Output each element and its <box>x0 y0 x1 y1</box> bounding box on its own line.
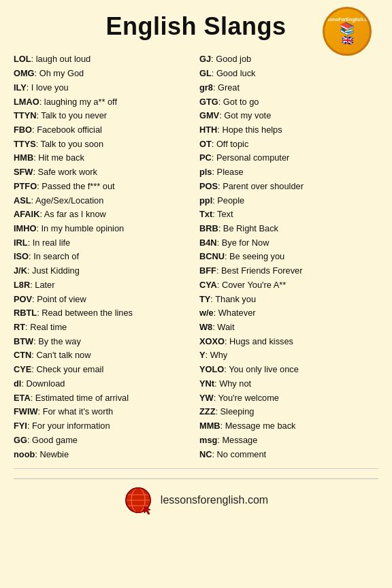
list-item: AFAIK: As far as I know <box>14 208 193 222</box>
list-item: XOXO: Hugs and kisses <box>199 335 378 349</box>
abbr-label: CYA <box>199 280 217 290</box>
footer-url: lessonsforenglish.com <box>161 494 268 506</box>
abbr-label: OT <box>199 139 212 149</box>
list-item: Y: Why <box>199 348 378 363</box>
list-item: OMG: Oh my God <box>14 67 193 81</box>
list-item: IMHO: In my humble opinion <box>14 222 193 236</box>
list-item: TY: Thank you <box>199 293 378 307</box>
list-item: dl: Download <box>14 377 193 391</box>
list-item: pls: Please <box>199 165 378 180</box>
list-item: FYI: For your information <box>14 419 193 434</box>
abbr-label: LOL <box>14 54 31 64</box>
list-item: CTN: Can't talk now <box>14 348 193 363</box>
list-item: PC: Personal computer <box>199 151 378 165</box>
abbr-label: RT <box>14 322 25 332</box>
list-item: LMAO: laughing my a** off <box>14 95 193 110</box>
abbr-label: LMAO <box>14 97 39 107</box>
abbr-label: w/e <box>199 308 214 318</box>
list-item: Txt: Text <box>199 208 378 222</box>
header: English Slangs LessonsForEnglish.Com 📚 🇬… <box>14 12 378 40</box>
list-item: MMB: Message me back <box>199 419 378 434</box>
list-item: NC: No comment <box>199 448 378 462</box>
abbr-label: BFF <box>199 265 216 276</box>
abbr-label: GTG <box>199 97 218 107</box>
list-item: RT: Real time <box>14 321 193 335</box>
abbr-label: ISO <box>14 251 29 261</box>
abbr-label: YOLO <box>199 364 224 374</box>
abbr-label: ASL <box>14 195 31 206</box>
list-item: YOLO: You only live once <box>199 363 378 377</box>
abbr-label: Y <box>199 350 206 360</box>
list-item: ILY: I love you <box>14 81 193 95</box>
abbr-label: TTYS <box>14 139 36 149</box>
logo-books-icon: 📚 <box>340 22 355 35</box>
abbr-label: GMV <box>199 110 219 120</box>
list-item: TTYN: Talk to you never <box>14 109 193 123</box>
list-item: BTW: By the way <box>14 335 193 349</box>
abbr-label: FYI <box>14 421 27 431</box>
abbr-label: SFW <box>14 167 33 177</box>
abbr-label: RBTL <box>14 308 37 318</box>
abbr-label: POS <box>199 181 218 191</box>
list-item: YNt: Why not <box>199 377 378 391</box>
abbr-label: ZZZ <box>199 406 215 416</box>
list-item: HMB: Hit me back <box>14 151 193 165</box>
list-item: IRL: In real life <box>14 236 193 250</box>
abbr-label: ILY <box>14 82 27 93</box>
list-item: gr8: Great <box>199 81 378 95</box>
abbr-label: HMB <box>14 152 33 163</box>
list-item: HTH: Hope this helps <box>199 123 378 137</box>
content-area: LOL: laugh out loudOMG: Oh my GodILY: I … <box>14 52 378 461</box>
list-item: L8R: Later <box>14 278 193 293</box>
abbr-label: gr8 <box>199 82 213 93</box>
abbr-label: XOXO <box>199 336 225 346</box>
list-item: CYA: Cover You're A** <box>199 278 378 293</box>
abbr-label: W8 <box>199 322 212 332</box>
abbr-label: J/K <box>14 265 27 276</box>
left-column: LOL: laugh out loudOMG: Oh my GodILY: I … <box>14 52 193 461</box>
abbr-label: BRB <box>199 223 218 233</box>
abbr-label: dl <box>14 378 21 389</box>
abbr-label: B4N <box>199 238 217 248</box>
list-item: ppl: People <box>199 194 378 208</box>
abbr-label: BTW <box>14 336 33 346</box>
abbr-label: GL <box>199 68 212 78</box>
footer-divider <box>14 468 378 469</box>
abbr-label: PC <box>199 152 212 163</box>
abbr-label: GJ <box>199 54 211 64</box>
list-item: w/e: Whatever <box>199 306 378 321</box>
abbr-label: ETA <box>14 393 31 403</box>
list-item: W8: Wait <box>199 321 378 335</box>
abbr-label: YNt <box>199 378 214 389</box>
logo: LessonsForEnglish.Com 📚 🇬🇧 <box>323 7 372 56</box>
list-item: POS: Parent over shoulder <box>199 180 378 194</box>
abbr-label: OMG <box>14 68 35 78</box>
abbr-label: YW <box>199 393 214 403</box>
list-item: BCNU: Be seeing you <box>199 250 378 264</box>
abbr-label: CTN <box>14 350 31 360</box>
abbr-label: noob <box>14 449 35 459</box>
abbr-label: MMB <box>199 421 220 431</box>
list-item: FWIW: For what it's worth <box>14 405 193 419</box>
abbr-label: FWIW <box>14 406 38 416</box>
list-item: CYE: Check your email <box>14 363 193 377</box>
footer: lessonsforenglish.com <box>14 478 378 514</box>
list-item: B4N: Bye for Now <box>199 236 378 250</box>
list-item: J/K: Just Kidding <box>14 264 193 278</box>
abbr-label: TTYN <box>14 110 36 120</box>
right-column: GJ: Good jobGL: Good luckgr8: GreatGTG: … <box>199 52 378 461</box>
list-item: msg: Message <box>199 434 378 448</box>
list-item: OT: Off topic <box>199 137 378 152</box>
list-item: ZZZ: Sleeping <box>199 405 378 419</box>
list-item: FBO: Facebook official <box>14 123 193 137</box>
abbr-label: NC <box>199 449 212 459</box>
list-item: GMV: Got my vote <box>199 109 378 123</box>
abbr-label: IMHO <box>14 223 36 233</box>
list-item: BRB: Be Right Back <box>199 222 378 236</box>
abbr-label: HTH <box>199 125 217 135</box>
abbr-label: POV <box>14 294 32 304</box>
abbr-label: Txt <box>199 209 212 219</box>
list-item: LOL: laugh out loud <box>14 52 193 67</box>
page: English Slangs LessonsForEnglish.Com 📚 🇬… <box>0 0 392 588</box>
list-item: ISO: In search of <box>14 250 193 264</box>
